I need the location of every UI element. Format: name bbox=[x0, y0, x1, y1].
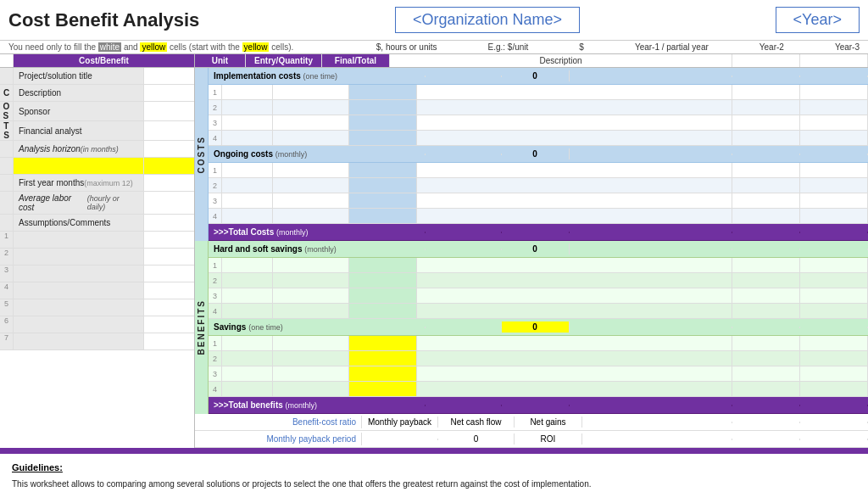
hs-2-unit[interactable] bbox=[222, 273, 273, 288]
sav-4-unit[interactable] bbox=[222, 382, 273, 396]
sav-1-desc[interactable] bbox=[417, 336, 732, 350]
sponsor-value[interactable] bbox=[143, 102, 194, 120]
ongoing-3-unit[interactable] bbox=[222, 193, 273, 208]
ongoing-1-desc[interactable] bbox=[417, 163, 732, 177]
sav-1-year3[interactable] bbox=[800, 336, 868, 350]
hs-3-entry[interactable] bbox=[273, 288, 349, 303]
impl-2-desc[interactable] bbox=[417, 100, 732, 115]
ongoing-2-year3[interactable] bbox=[800, 178, 868, 193]
hs-2-desc[interactable] bbox=[417, 273, 732, 288]
sav-3-year2[interactable] bbox=[732, 366, 800, 381]
ongoing-3-entry[interactable] bbox=[273, 193, 349, 208]
ongoing-1-year2[interactable] bbox=[732, 163, 800, 177]
hs-1-year3[interactable] bbox=[800, 258, 868, 272]
ongoing-4-year3[interactable] bbox=[800, 209, 868, 223]
sav-2-year2[interactable] bbox=[732, 351, 800, 366]
hs-4-year3[interactable] bbox=[800, 304, 868, 318]
ongoing-3-year2[interactable] bbox=[732, 193, 800, 208]
sav-1-entry[interactable] bbox=[273, 336, 349, 350]
sav-3-unit[interactable] bbox=[222, 366, 273, 381]
impl-3-year2[interactable] bbox=[732, 115, 800, 130]
sav-3-entry[interactable] bbox=[273, 366, 349, 381]
assumptions-value[interactable] bbox=[143, 215, 194, 231]
hs-4-desc[interactable] bbox=[417, 304, 732, 318]
financial-analyst-value[interactable] bbox=[143, 121, 194, 140]
impl-2-year2[interactable] bbox=[732, 100, 800, 115]
impl-3-year3[interactable] bbox=[800, 115, 868, 130]
ongoing-1-entry[interactable] bbox=[273, 163, 349, 177]
sav-4-year3[interactable] bbox=[800, 382, 868, 396]
impl-1-entry[interactable] bbox=[273, 85, 349, 99]
sav-2-year3[interactable] bbox=[800, 351, 868, 366]
impl-3-desc[interactable] bbox=[417, 115, 732, 130]
impl-4-unit[interactable] bbox=[222, 131, 273, 145]
ongoing-4-year2[interactable] bbox=[732, 209, 800, 223]
hs-row-2: 2 bbox=[209, 273, 868, 288]
impl-2-year3[interactable] bbox=[800, 100, 868, 115]
sav-4-entry[interactable] bbox=[273, 382, 349, 396]
hs-4-year2[interactable] bbox=[732, 304, 800, 318]
ongoing-2-desc[interactable] bbox=[417, 178, 732, 193]
impl-2-unit[interactable] bbox=[222, 100, 273, 115]
impl-4-year3[interactable] bbox=[800, 131, 868, 145]
impl-1-unit[interactable] bbox=[222, 85, 273, 99]
sav-2-unit[interactable] bbox=[222, 351, 273, 366]
impl-4-desc[interactable] bbox=[417, 131, 732, 145]
sav-1-unit[interactable] bbox=[222, 336, 273, 350]
hs-3-unit[interactable] bbox=[222, 288, 273, 303]
hs-1-entry[interactable] bbox=[273, 258, 349, 272]
ongoing-row-2: 2 bbox=[209, 178, 868, 193]
yellow-input-value[interactable] bbox=[143, 158, 194, 174]
hs-1-unit[interactable] bbox=[222, 258, 273, 272]
ongoing-2-entry[interactable] bbox=[273, 178, 349, 193]
sav-3-year3[interactable] bbox=[800, 366, 868, 381]
impl-1-year3[interactable] bbox=[800, 85, 868, 99]
sav-4-desc[interactable] bbox=[417, 382, 732, 396]
ongoing-4-unit[interactable] bbox=[222, 209, 273, 223]
hs-2-entry[interactable] bbox=[273, 273, 349, 288]
ongoing-3-desc[interactable] bbox=[417, 193, 732, 208]
ongoing-2-unit[interactable] bbox=[222, 178, 273, 193]
comment-4-value[interactable] bbox=[143, 282, 194, 299]
impl-3-unit[interactable] bbox=[222, 115, 273, 130]
ongoing-4-entry[interactable] bbox=[273, 209, 349, 223]
hs-4-unit[interactable] bbox=[222, 304, 273, 318]
ongoing-4-desc[interactable] bbox=[417, 209, 732, 223]
year-field[interactable]: <Year> bbox=[776, 7, 860, 33]
hs-3-desc[interactable] bbox=[417, 288, 732, 303]
sav-2-desc[interactable] bbox=[417, 351, 732, 366]
comment-5-value[interactable] bbox=[143, 299, 194, 316]
avg-labor-cost-value[interactable] bbox=[143, 192, 194, 214]
comment-3-value[interactable] bbox=[143, 266, 194, 282]
ongoing-1-unit[interactable] bbox=[222, 163, 273, 177]
hs-1-desc[interactable] bbox=[417, 258, 732, 272]
sav-1-year2[interactable] bbox=[732, 336, 800, 350]
ongoing-2-year2[interactable] bbox=[732, 178, 800, 193]
hs-2-year3[interactable] bbox=[800, 273, 868, 288]
comment-2-value[interactable] bbox=[143, 249, 194, 265]
project-title-value[interactable] bbox=[143, 68, 194, 84]
comment-1-value[interactable] bbox=[143, 232, 194, 248]
impl-1-year2[interactable] bbox=[732, 85, 800, 99]
impl-1-desc[interactable] bbox=[417, 85, 732, 99]
hs-4-entry[interactable] bbox=[273, 304, 349, 318]
sav-3-desc[interactable] bbox=[417, 366, 732, 381]
hs-2-year2[interactable] bbox=[732, 273, 800, 288]
analysis-horizon-value[interactable] bbox=[143, 141, 194, 157]
ongoing-1-year3[interactable] bbox=[800, 163, 868, 177]
sav-4-year2[interactable] bbox=[732, 382, 800, 396]
comment-6-value[interactable] bbox=[143, 316, 194, 333]
comment-7-value[interactable] bbox=[143, 333, 194, 349]
impl-2-entry[interactable] bbox=[273, 100, 349, 115]
hs-1-year2[interactable] bbox=[732, 258, 800, 272]
hs-3-year3[interactable] bbox=[800, 288, 868, 303]
hs-3-year2[interactable] bbox=[732, 288, 800, 303]
sav-2-entry[interactable] bbox=[273, 351, 349, 366]
impl-4-entry[interactable] bbox=[273, 131, 349, 145]
org-name[interactable]: <Organization Name> bbox=[395, 7, 580, 33]
impl-4-year2[interactable] bbox=[732, 131, 800, 145]
first-year-months-value[interactable] bbox=[143, 175, 194, 191]
ongoing-3-year3[interactable] bbox=[800, 193, 868, 208]
impl-3-entry[interactable] bbox=[273, 115, 349, 130]
description-value[interactable] bbox=[143, 85, 194, 101]
